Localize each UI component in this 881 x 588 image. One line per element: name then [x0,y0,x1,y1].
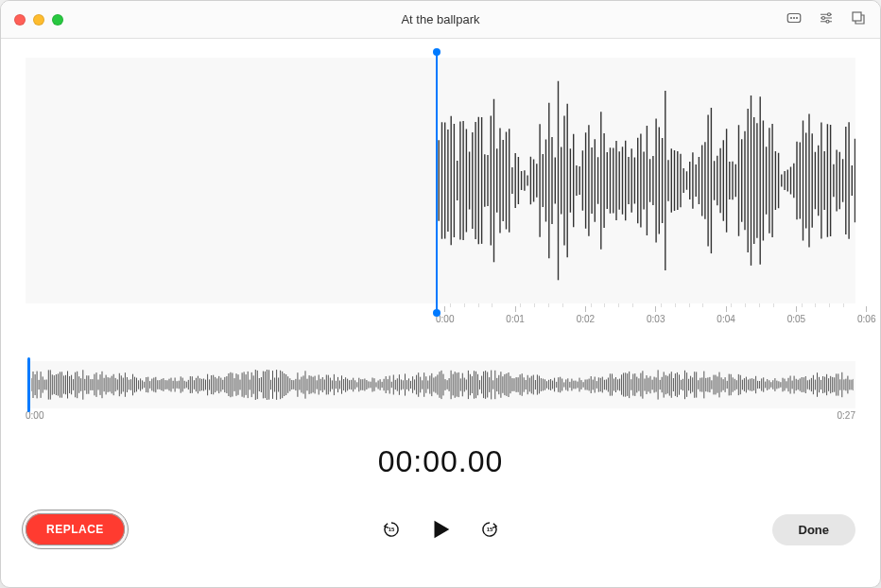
app-window: At the ballpark 0:000:010:020:030:040:05… [0,0,881,588]
playhead[interactable] [436,52,438,313]
window-title: At the ballpark [401,12,479,26]
timeline-tick: 0:06 [857,306,875,324]
timer-display: 00:00.00 [26,444,855,479]
timeline-tick: 0:01 [506,306,524,324]
playback-settings-icon[interactable] [818,9,835,30]
zoom-window-button[interactable] [52,14,63,26]
svg-point-9 [826,20,829,23]
timeline-tick: 0:05 [787,306,805,324]
minimize-window-button[interactable] [33,14,44,26]
close-window-button[interactable] [14,14,26,26]
timeline-tick: 0:03 [647,306,665,324]
svg-point-2 [794,17,795,18]
timeline-tick-label: 0:05 [787,314,805,324]
transport-controls: REPLACE 15 15 [26,513,855,545]
timeline-tick-label: 0:01 [506,314,524,324]
skip-back-seconds-label: 15 [389,527,395,532]
overview-waveform-background [26,361,855,408]
svg-point-7 [828,12,831,15]
overview-waveform-area[interactable]: 0:00 0:27 [26,361,855,427]
timeline-tick-label: 0:06 [857,314,875,324]
skip-fwd-seconds-label: 15 [487,527,493,532]
timeline-tick-label: 0:03 [647,314,665,324]
overview-time-labels: 0:00 0:27 [26,410,855,425]
transcribe-icon[interactable] [786,9,803,30]
skip-forward-15-button[interactable]: 15 [479,519,500,540]
svg-rect-10 [853,12,861,21]
svg-point-8 [822,16,825,19]
svg-point-3 [797,17,798,18]
replace-button[interactable]: REPLACE [26,513,125,545]
svg-point-1 [791,17,792,18]
transport-center: 15 15 [381,517,500,542]
overview-playhead[interactable] [27,357,30,412]
timeline-tick-label: 0:02 [577,314,595,324]
timeline-tick: 0:02 [577,306,595,324]
skip-back-15-button[interactable]: 15 [381,519,402,540]
toolbar [786,9,867,30]
overview-end-time: 0:27 [838,410,855,421]
timeline-tick-label: 0:04 [717,314,734,324]
detail-timeline: 0:000:010:020:030:040:050:06 [436,303,855,326]
detail-waveform-area[interactable]: 0:000:010:020:030:040:050:06 [26,58,855,327]
done-button[interactable]: Done [772,514,856,545]
svg-marker-581 [435,521,450,539]
editor-content: 0:000:010:020:030:040:050:06 0:00 0:27 0… [1,39,880,587]
play-button[interactable] [428,517,453,542]
detail-waveform [436,58,855,303]
window-controls [14,14,63,26]
timeline-tick: 0:04 [717,306,734,324]
titlebar: At the ballpark [1,1,880,39]
trim-icon[interactable] [850,9,867,30]
